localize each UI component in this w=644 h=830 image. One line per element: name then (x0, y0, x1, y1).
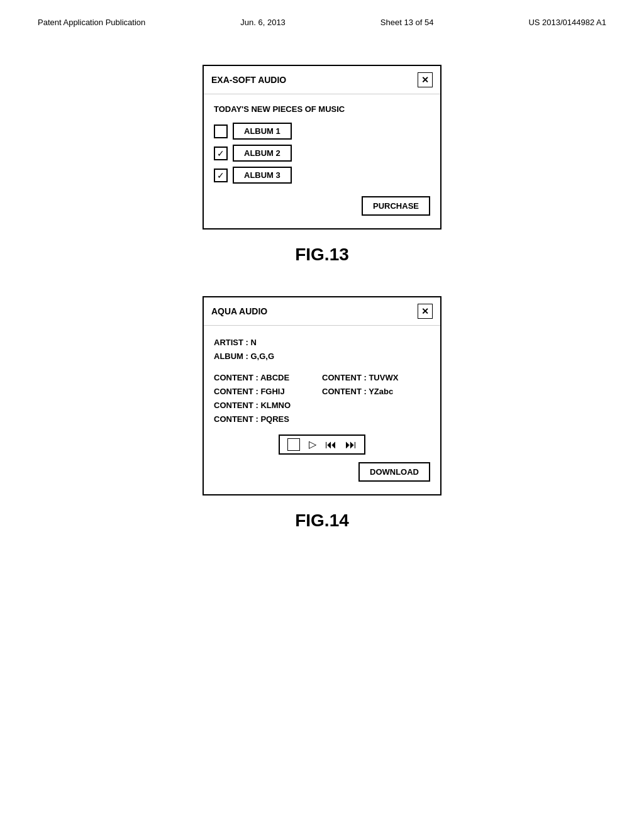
album3-checkbox[interactable]: ✓ (214, 169, 228, 182)
fig14-close-icon: ✕ (421, 306, 429, 316)
fig14-info: ARTIST : N ALBUM : G,G,G (214, 336, 430, 363)
album1-button[interactable]: ALBUM 1 (233, 123, 292, 140)
fig14-label: FIG.14 (295, 511, 349, 531)
content-4: CONTENT : YZabc (322, 385, 430, 399)
fig14-dialog: AQUA AUDIO ✕ ARTIST : N ALBUM : G,G,G CO… (203, 296, 441, 495)
prev-button[interactable]: ⏮ (325, 439, 336, 450)
purchase-button[interactable]: PURCHASE (362, 196, 430, 216)
content-1: CONTENT : ABCDE (214, 371, 322, 385)
fig13-close-button[interactable]: ✕ (418, 72, 433, 87)
fig13-title-bar: EXA-SOFT AUDIO ✕ (204, 66, 440, 94)
fig13-title: EXA-SOFT AUDIO (211, 75, 286, 85)
player-controls-box: ▷ ⏮ ⏭ (279, 434, 365, 455)
content-3: CONTENT : FGHIJ (214, 385, 322, 399)
main-content: EXA-SOFT AUDIO ✕ TODAY'S NEW PIECES OF M… (0, 27, 644, 562)
content-empty-1 (322, 399, 430, 412)
album1-checkbox[interactable] (214, 124, 228, 138)
fig13-label: FIG.13 (295, 245, 349, 265)
fig13-body: TODAY'S NEW PIECES OF MUSIC ALBUM 1 ✓ AL… (204, 94, 440, 228)
fig13-close-icon: ✕ (421, 75, 429, 85)
fig14-close-button[interactable]: ✕ (418, 304, 433, 319)
player-area: ▷ ⏮ ⏭ (214, 434, 430, 455)
header-middle: Jun. 6, 2013 (240, 18, 286, 27)
fig13-dialog: EXA-SOFT AUDIO ✕ TODAY'S NEW PIECES OF M… (203, 65, 441, 230)
download-button[interactable]: DOWNLOAD (358, 462, 430, 482)
album2-button[interactable]: ALBUM 2 (233, 145, 292, 162)
fig14-title-bar: AQUA AUDIO ✕ (204, 297, 440, 326)
header-left: Patent Application Publication (38, 18, 145, 27)
stop-button[interactable] (287, 438, 300, 451)
page-header: Patent Application Publication Jun. 6, 2… (0, 0, 644, 27)
album2-item: ✓ ALBUM 2 (214, 145, 430, 162)
play-button[interactable]: ▷ (309, 440, 316, 450)
header-right: US 2013/0144982 A1 (528, 18, 606, 27)
album3-button[interactable]: ALBUM 3 (233, 167, 292, 184)
fig14-title: AQUA AUDIO (211, 306, 267, 316)
header-sheet: Sheet 13 of 54 (380, 18, 434, 27)
purchase-row: PURCHASE (214, 196, 430, 216)
fig13-subtitle: TODAY'S NEW PIECES OF MUSIC (214, 104, 430, 114)
album2-checkbox[interactable]: ✓ (214, 147, 228, 160)
artist-line: ARTIST : N (214, 336, 430, 350)
content-6: CONTENT : PQRES (214, 412, 322, 426)
album-line: ALBUM : G,G,G (214, 350, 430, 363)
album1-item: ALBUM 1 (214, 123, 430, 140)
album3-item: ✓ ALBUM 3 (214, 167, 430, 184)
content-grid: CONTENT : ABCDE CONTENT : TUVWX CONTENT … (214, 371, 430, 426)
fig14-body: ARTIST : N ALBUM : G,G,G CONTENT : ABCDE… (204, 326, 440, 494)
next-button[interactable]: ⏭ (345, 439, 357, 450)
download-row: DOWNLOAD (214, 462, 430, 482)
content-2: CONTENT : TUVWX (322, 371, 430, 385)
content-empty-2 (322, 412, 430, 426)
content-5: CONTENT : KLMNO (214, 399, 322, 412)
